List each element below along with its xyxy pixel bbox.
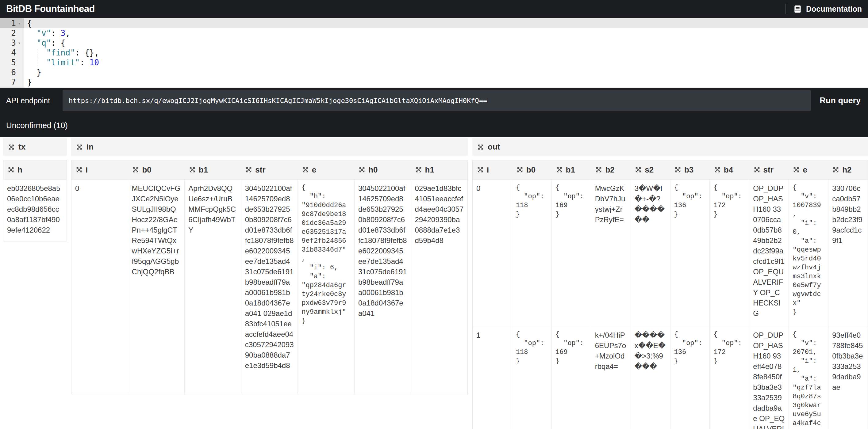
expand-arrows-icon[interactable] xyxy=(832,166,839,173)
column-header-h1[interactable]: h1 xyxy=(411,160,467,179)
column-header-label: b2 xyxy=(605,165,614,175)
column-header-str[interactable]: str xyxy=(749,160,789,179)
column-header-b0[interactable]: b0 xyxy=(512,160,552,179)
column-header-e[interactable]: e xyxy=(298,160,354,179)
expand-arrows-icon[interactable] xyxy=(635,166,642,173)
query-editor[interactable]: 1▾{2 "v": 3,3▾ "q": {4 "find": {},5 "lim… xyxy=(0,18,868,88)
cell-out-b0: { "op": 118 } xyxy=(512,179,552,326)
expand-arrows-icon[interactable] xyxy=(477,144,484,151)
section-title-tx: tx xyxy=(3,138,67,156)
cell-out-b4: { "op": 172 } xyxy=(710,179,749,326)
table-header-row: ib0b1b2s2b3b4streh2 xyxy=(473,160,868,179)
code-token xyxy=(27,48,46,57)
app-title: BitDB Fountainhead xyxy=(6,0,95,18)
column-header-h2[interactable]: h2 xyxy=(828,160,868,179)
out-table: ib0b1b2s2b3b4streh20{ "op": 118 }{ "op":… xyxy=(472,160,868,429)
column-header-b4[interactable]: b4 xyxy=(710,160,749,179)
expand-arrows-icon[interactable] xyxy=(714,166,721,173)
code-token: "find" xyxy=(46,48,75,57)
cell-out-h2: 93eff4e0788fe8450fb3ba3e333a2539dadba9ae xyxy=(829,326,868,429)
api-endpoint-input[interactable] xyxy=(63,90,811,111)
expand-arrows-icon[interactable] xyxy=(132,166,139,173)
column-header-b2[interactable]: b2 xyxy=(591,160,630,179)
expand-arrows-icon[interactable] xyxy=(189,166,196,173)
column-header-b3[interactable]: b3 xyxy=(670,160,710,179)
api-endpoint-bar: API endpoint Run query Unconfirmed (10) xyxy=(0,88,868,137)
line-number: 2 xyxy=(11,28,16,38)
expand-arrows-icon[interactable] xyxy=(477,166,484,173)
column-header-label: b1 xyxy=(199,165,208,175)
expand-arrows-icon[interactable] xyxy=(595,166,602,173)
expand-arrows-icon[interactable] xyxy=(76,144,83,151)
column-header-b1[interactable]: b1 xyxy=(552,160,591,179)
cell-out-e: { "v": 1007839 , "i": 0, "a": "qqeswp kv… xyxy=(789,179,829,326)
expand-arrows-icon[interactable] xyxy=(675,166,681,173)
code-token: : xyxy=(80,58,89,67)
table-row: 0MEUCIQCvFGJXCe2N5lOyeSULgJII98bQHocz22/… xyxy=(71,179,467,394)
cell-tx-h: eb0326805e8a506e0cc10b6eaeec8db98d656cc0… xyxy=(3,179,67,241)
expand-arrows-icon[interactable] xyxy=(517,166,523,173)
column-header-s2[interactable]: s2 xyxy=(630,160,670,179)
column-header-label: i xyxy=(86,165,88,175)
code-token: : {}, xyxy=(75,48,99,57)
table-row: eb0326805e8a506e0cc10b6eaeec8db98d656cc0… xyxy=(3,179,67,241)
expand-arrows-icon[interactable] xyxy=(753,166,761,173)
tx-table: heb0326805e8a506e0cc10b6eaeec8db98d656cc… xyxy=(3,160,67,241)
cell-in-b1: Aprh2Dv8QQUe6sz+/UruBMMFcpQgk5C6CIjafh49… xyxy=(185,179,241,394)
code-token: } xyxy=(27,68,41,77)
column-header-label: b1 xyxy=(566,165,575,175)
section-title-label: out xyxy=(488,142,500,152)
table-header-row: h xyxy=(3,160,67,179)
code-token: , xyxy=(65,29,70,38)
column-header-h0[interactable]: h0 xyxy=(354,160,411,179)
column-header-label: b0 xyxy=(526,165,535,175)
column-header-e[interactable]: e xyxy=(788,160,828,179)
line-number: 3 xyxy=(11,38,16,48)
expand-arrows-icon[interactable] xyxy=(793,166,800,173)
editor-line: 6 } xyxy=(0,67,868,77)
table-row: 0{ "op": 118 }{ "op": 169 }MwcGzKDbV7hJu… xyxy=(473,179,868,326)
documentation-link[interactable]: Documentation xyxy=(806,5,862,13)
cell-in-b0: MEUCIQCvFGJXCe2N5lOyeSULgJII98bQHocz22/8… xyxy=(128,179,185,394)
column-header-label: h1 xyxy=(425,165,434,175)
code-token xyxy=(27,29,36,38)
expand-arrows-icon[interactable] xyxy=(8,144,15,151)
cell-out-b4: { "op": 172 } xyxy=(710,326,749,429)
code-line: "find": {}, xyxy=(24,48,99,58)
line-number: 6 xyxy=(11,67,16,77)
line-number-gutter: 2 xyxy=(0,28,24,38)
column-header-b0[interactable]: b0 xyxy=(128,160,184,179)
run-query-button[interactable]: Run query xyxy=(819,90,861,111)
expand-arrows-icon[interactable] xyxy=(415,166,422,173)
expand-arrows-icon[interactable] xyxy=(302,166,309,173)
bitdb-app: BitDB Fountainhead Documentation 1▾{2 "v… xyxy=(0,0,868,429)
column-header-str[interactable]: str xyxy=(241,160,298,179)
cell-out-b0: { "op": 118 } xyxy=(512,326,552,429)
code-line: } xyxy=(24,77,32,87)
expand-arrows-icon[interactable] xyxy=(76,166,83,173)
code-line: } xyxy=(24,67,41,77)
code-line: "q": { xyxy=(24,38,65,48)
cell-out-e: { "v": 20701, "i": 1, "a": "qzf7la 8q0z8… xyxy=(789,326,829,429)
expand-arrows-icon[interactable] xyxy=(8,166,14,173)
column-header-label: h0 xyxy=(368,165,378,175)
line-number-gutter: 1▾ xyxy=(0,19,24,28)
column-header-label: str xyxy=(764,165,774,175)
code-line: { xyxy=(24,19,868,28)
line-number: 7 xyxy=(11,77,16,87)
cell-out-s2: 3�W�l�+-�?������ xyxy=(631,179,671,326)
line-number: 1 xyxy=(11,19,16,28)
column-header-i[interactable]: i xyxy=(71,160,128,179)
section-in: inib0b1streh0h10MEUCIQCvFGJXCe2N5lOyeSUL… xyxy=(71,138,468,394)
column-header-h[interactable]: h xyxy=(3,160,67,179)
fold-arrow-icon[interactable]: ▾ xyxy=(16,19,23,28)
column-header-i[interactable]: i xyxy=(473,160,512,179)
expand-arrows-icon[interactable] xyxy=(359,166,365,173)
cell-in-i: 0 xyxy=(71,179,128,394)
expand-arrows-icon[interactable] xyxy=(556,166,563,173)
cell-out-b3: { "op": 136 } xyxy=(671,326,710,429)
fold-arrow-icon[interactable]: ▾ xyxy=(16,38,23,48)
code-line: "v": 3, xyxy=(24,28,70,38)
expand-arrows-icon[interactable] xyxy=(245,166,252,173)
column-header-b1[interactable]: b1 xyxy=(185,160,241,179)
